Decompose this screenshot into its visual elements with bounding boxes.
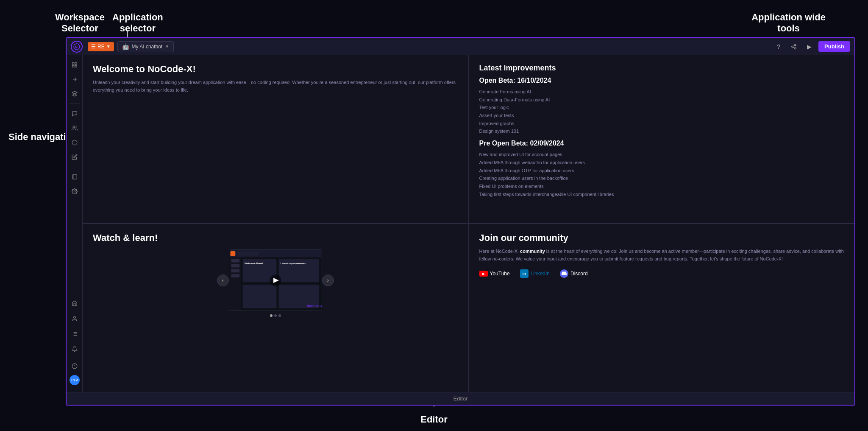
bottom-bar: Editor <box>67 392 854 405</box>
svg-point-16 <box>73 316 75 319</box>
play-icon-button[interactable]: ▶ <box>803 41 815 53</box>
nav-icon-message[interactable] <box>68 107 81 120</box>
youtube-link[interactable]: ▶ YouTube <box>479 271 510 277</box>
nav-icon-layers[interactable] <box>68 87 81 100</box>
workspace-icon: ☰ <box>91 44 96 50</box>
editor-container: N ☰ RE ▼ 🤖 My AI chatbot ▼ ? <box>66 37 855 406</box>
svg-line-6 <box>793 45 795 46</box>
discord-icon <box>560 269 568 278</box>
release-1-items: Generate Forms using AI Generating Data-… <box>479 88 845 135</box>
nav-divider-2 <box>70 167 80 167</box>
arrow-app <box>127 30 128 38</box>
svg-rect-10 <box>75 65 77 67</box>
svg-rect-9 <box>72 65 74 67</box>
community-title: Join our community <box>479 232 845 243</box>
app-selector-icon: 🤖 <box>122 43 129 50</box>
annotation-app-selector: Applicationselector <box>112 12 163 34</box>
nav-icon-grid[interactable] <box>68 59 81 71</box>
dot-3 <box>278 314 281 317</box>
nav-icon-edit[interactable] <box>68 151 81 163</box>
toolbar-left: N ☰ RE ▼ 🤖 My AI chatbot ▼ <box>71 41 174 53</box>
release-2-title: Pre Open Beta: 02/09/2024 <box>479 140 845 147</box>
nav-icon-flow[interactable] <box>68 73 81 86</box>
svg-rect-7 <box>72 63 74 64</box>
svg-point-4 <box>795 48 796 49</box>
workspace-chevron-icon: ▼ <box>106 44 111 49</box>
nav-icon-user-profile[interactable] <box>68 312 81 325</box>
svg-rect-34 <box>231 274 239 277</box>
discord-link[interactable]: Discord <box>560 269 588 278</box>
youtube-label: YouTube <box>490 271 510 277</box>
svg-point-13 <box>72 140 77 145</box>
svg-rect-28 <box>230 251 235 256</box>
annotation-workspace-selector: WorkspaceSelector <box>55 12 105 34</box>
arrow-workspace <box>85 30 85 38</box>
annotation-editor: Editor <box>420 414 448 425</box>
community-links: ▶ YouTube in LinkedIn Discord <box>479 269 845 278</box>
svg-rect-14 <box>72 175 77 179</box>
nav-icon-settings[interactable] <box>68 185 81 198</box>
watch-learn-panel: Watch & learn! ‹ <box>83 224 469 392</box>
svg-rect-37 <box>243 285 276 308</box>
ncx-logo: N <box>71 41 83 53</box>
share-icon-button[interactable] <box>788 41 800 53</box>
nav-icon-circle[interactable] <box>68 136 81 149</box>
toolbar: N ☰ RE ▼ 🤖 My AI chatbot ▼ ? <box>67 38 854 55</box>
video-thumbnail[interactable]: Welcome Panel Latest improvements NOCODE… <box>229 249 322 311</box>
toolbar-right: ? ▶ Publish <box>773 41 850 53</box>
improvement-item: Taking first steps towards interchangeab… <box>479 190 845 199</box>
improvement-item: Added MFA through OTP for application us… <box>479 167 845 175</box>
nav-icon-home[interactable] <box>68 297 81 310</box>
svg-point-15 <box>74 190 75 192</box>
app-selector-chevron: ▼ <box>165 44 169 49</box>
nav-icon-users[interactable] <box>68 122 81 134</box>
main-area: TYP Welcome to NoCode-X! Unleash your cr… <box>67 55 854 392</box>
improvement-item: Fixed UI problems on elements <box>479 182 845 190</box>
svg-rect-33 <box>231 269 239 272</box>
nav-icon-info[interactable] <box>68 360 81 372</box>
svg-text:Welcome Panel: Welcome Panel <box>245 262 263 265</box>
nav-icon-list[interactable] <box>68 327 81 340</box>
improvement-item: Added MFA through webauthn for applicati… <box>479 159 845 167</box>
svg-rect-8 <box>75 63 77 64</box>
dot-1 <box>270 314 273 317</box>
linkedin-icon: in <box>520 269 529 278</box>
improvement-item: Generating Data-Formats using AI <box>479 96 845 104</box>
workspace-label: RE <box>97 44 105 50</box>
improvement-item: Generate Forms using AI <box>479 88 845 96</box>
publish-button[interactable]: Publish <box>818 41 850 52</box>
arrow-tools <box>783 30 783 38</box>
svg-marker-11 <box>72 91 77 94</box>
side-navigation: TYP <box>67 55 83 392</box>
community-panel: Join our community Here at NoCode-X, com… <box>469 224 855 392</box>
svg-point-3 <box>792 46 793 48</box>
carousel-next-button[interactable]: › <box>322 274 334 286</box>
svg-point-2 <box>795 44 796 46</box>
release-2-items: New and improved UI for account pages Ad… <box>479 151 845 198</box>
video-carousel: ‹ <box>93 249 458 311</box>
welcome-description: Unleash your creativity and start buildi… <box>93 79 458 94</box>
nav-icon-bell[interactable] <box>68 343 81 355</box>
improvements-title: Latest improvements <box>479 64 845 73</box>
youtube-icon: ▶ <box>479 271 488 277</box>
video-inner: Welcome Panel Latest improvements NOCODE… <box>229 250 322 311</box>
svg-rect-29 <box>238 252 259 256</box>
workspace-selector[interactable]: ☰ RE ▼ <box>88 42 114 51</box>
welcome-panel: Welcome to NoCode-X! Unleash your creati… <box>83 55 469 224</box>
svg-point-12 <box>72 126 75 128</box>
svg-line-5 <box>793 47 795 48</box>
nav-icon-panel[interactable] <box>68 171 81 183</box>
improvement-item: New and improved UI for account pages <box>479 151 845 159</box>
discord-label: Discord <box>570 271 588 277</box>
carousel-prev-button[interactable]: ‹ <box>217 274 229 286</box>
dot-2 <box>274 314 277 317</box>
annotation-app-tools: Application widetools <box>751 12 826 34</box>
improvements-panel: Latest improvements Open Beta: 16/10/202… <box>469 55 855 224</box>
app-selector[interactable]: 🤖 My AI chatbot ▼ <box>117 41 174 52</box>
welcome-title: Welcome to NoCode-X! <box>93 64 458 75</box>
question-icon-button[interactable]: ? <box>773 41 785 53</box>
release-1-title: Open Beta: 16/10/2024 <box>479 77 845 84</box>
improvement-item: Creating application users in the backof… <box>479 174 845 182</box>
community-description: Here at NoCode-X, community is at the he… <box>479 248 845 263</box>
linkedin-link[interactable]: in LinkedIn <box>520 269 550 278</box>
